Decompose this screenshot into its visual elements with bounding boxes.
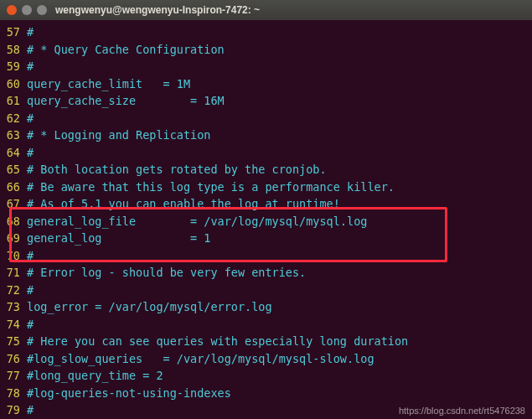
code-line: 78#log-queries-not-using-indexes (0, 385, 532, 402)
code-line: 77#long_query_time = 2 (0, 367, 532, 385)
code-line: 71# Error log - should be very few entri… (0, 264, 532, 282)
code-line: 62# (0, 110, 532, 127)
line-content: query_cache_size = 16M (27, 92, 225, 110)
line-number: 58 (0, 41, 27, 59)
line-number: 64 (0, 144, 27, 162)
line-content: # Both location gets rotated by the cron… (27, 161, 327, 178)
line-content: # Be aware that this log type is a perfo… (27, 178, 395, 196)
line-content: #log-queries-not-using-indexes (27, 385, 231, 402)
code-line: 73log_error = /var/log/mysql/error.log (0, 298, 532, 316)
code-line: 66# Be aware that this log type is a per… (0, 178, 532, 196)
line-content: #log_slow_queries = /var/log/mysql/mysql… (27, 350, 374, 368)
line-number: 70 (0, 247, 27, 265)
line-number: 72 (0, 282, 27, 299)
minimize-icon[interactable] (22, 5, 32, 15)
code-line: 61query_cache_size = 16M (0, 92, 532, 110)
line-number: 71 (0, 264, 27, 282)
code-line: 70# (0, 247, 532, 265)
code-line: 59# (0, 58, 532, 75)
line-number: 65 (0, 161, 27, 178)
line-content: # (27, 110, 34, 127)
line-content: # (27, 316, 34, 334)
line-number: 68 (0, 213, 27, 230)
line-number: 78 (0, 385, 27, 402)
code-line: 58# * Query Cache Configuration (0, 41, 532, 59)
line-number: 73 (0, 298, 27, 316)
code-line: 74# (0, 316, 532, 334)
code-line: 72# (0, 282, 532, 299)
line-number: 75 (0, 333, 27, 350)
line-number: 60 (0, 75, 27, 93)
window-title: wengwenyu@wengwenyu-Inspiron-7472: ~ (55, 4, 260, 16)
line-content: # * Logging and Replication (27, 127, 210, 144)
line-number: 76 (0, 350, 27, 368)
line-number: 69 (0, 230, 27, 247)
line-content: general_log_file = /var/log/mysql/mysql.… (27, 213, 367, 230)
line-content: # (27, 282, 34, 299)
code-line: 68general_log_file = /var/log/mysql/mysq… (0, 213, 532, 230)
code-line: 75# Here you can see queries with especi… (0, 333, 532, 350)
line-content: # Here you can see queries with especial… (27, 333, 408, 350)
line-content: # (27, 247, 34, 265)
line-number: 66 (0, 178, 27, 196)
close-icon[interactable] (7, 5, 17, 15)
code-line: 67# As of 5.1 you can enable the log at … (0, 195, 532, 213)
line-number: 63 (0, 127, 27, 144)
line-number: 59 (0, 58, 27, 75)
line-content: # As of 5.1 you can enable the log at ru… (27, 195, 340, 213)
line-content: # * Query Cache Configuration (27, 41, 225, 59)
line-content: # (27, 144, 34, 162)
line-number: 57 (0, 23, 27, 41)
line-number: 79 (0, 401, 27, 419)
line-content: # (27, 23, 34, 41)
code-line: 63# * Logging and Replication (0, 127, 532, 144)
line-number: 77 (0, 367, 27, 385)
line-content: general_log = 1 (27, 230, 210, 247)
line-number: 67 (0, 195, 27, 213)
line-content: #long_query_time = 2 (27, 367, 163, 385)
line-number: 74 (0, 316, 27, 334)
line-content: # (27, 58, 34, 75)
line-content: log_error = /var/log/mysql/error.log (27, 298, 272, 316)
code-line: 60query_cache_limit = 1M (0, 75, 532, 93)
code-line: 65# Both location gets rotated by the cr… (0, 161, 532, 178)
line-content: # Error log - should be very few entries… (27, 264, 306, 282)
terminal-editor[interactable]: 57#58# * Query Cache Configuration59#60q… (0, 20, 532, 419)
code-line: 69general_log = 1 (0, 230, 532, 247)
line-number: 61 (0, 92, 27, 110)
maximize-icon[interactable] (37, 5, 47, 15)
line-number: 62 (0, 110, 27, 127)
window-titlebar: wengwenyu@wengwenyu-Inspiron-7472: ~ (0, 0, 532, 20)
code-line: 57# (0, 23, 532, 41)
code-line: 76#log_slow_queries = /var/log/mysql/mys… (0, 350, 532, 368)
line-content: query_cache_limit = 1M (27, 75, 190, 93)
code-line: 64# (0, 144, 532, 162)
watermark-text: https://blog.csdn.net/rt5476238 (399, 406, 525, 416)
line-content: # (27, 401, 34, 419)
